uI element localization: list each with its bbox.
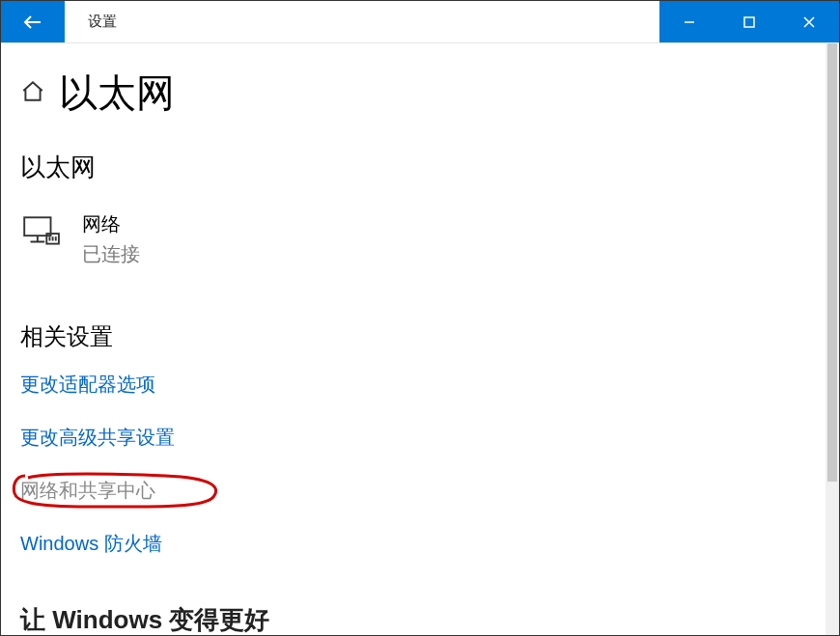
home-icon[interactable] <box>20 79 45 108</box>
minimize-icon <box>683 15 696 29</box>
arrow-left-icon <box>21 11 44 34</box>
scrollbar-thumb[interactable] <box>827 43 837 482</box>
content-area: 以太网 以太网 网络 已连接 相关设置 更改适配器选项 更改高级共享设置 网络和… <box>1 43 839 635</box>
minimize-button[interactable] <box>659 1 719 42</box>
network-item[interactable]: 网络 已连接 <box>20 211 839 267</box>
link-network-sharing-center[interactable]: 网络和共享中心 <box>20 478 155 504</box>
close-icon <box>802 15 816 29</box>
ethernet-heading: 以太网 <box>20 151 839 184</box>
page-header: 以太网 <box>20 67 839 120</box>
page-title: 以太网 <box>59 67 175 120</box>
link-label: 网络和共享中心 <box>20 480 155 501</box>
network-text: 网络 已连接 <box>82 211 140 267</box>
link-change-adapter-options[interactable]: 更改适配器选项 <box>20 372 155 398</box>
maximize-button[interactable] <box>719 1 779 42</box>
titlebar: 设置 <box>1 1 839 43</box>
vertical-scrollbar[interactable] <box>826 43 839 635</box>
link-change-advanced-sharing[interactable]: 更改高级共享设置 <box>20 425 175 451</box>
back-button[interactable] <box>1 1 65 42</box>
maximize-icon <box>742 15 756 29</box>
ethernet-icon <box>20 211 61 256</box>
network-name: 网络 <box>82 211 140 237</box>
window-controls <box>659 1 839 42</box>
network-status: 已连接 <box>82 241 140 267</box>
app-title: 设置 <box>65 1 659 42</box>
svg-rect-0 <box>744 17 754 27</box>
close-button[interactable] <box>779 1 839 42</box>
link-windows-firewall[interactable]: Windows 防火墙 <box>20 531 162 557</box>
make-windows-better-heading: 让 Windows 变得更好 <box>20 603 839 635</box>
related-settings-heading: 相关设置 <box>20 321 839 352</box>
